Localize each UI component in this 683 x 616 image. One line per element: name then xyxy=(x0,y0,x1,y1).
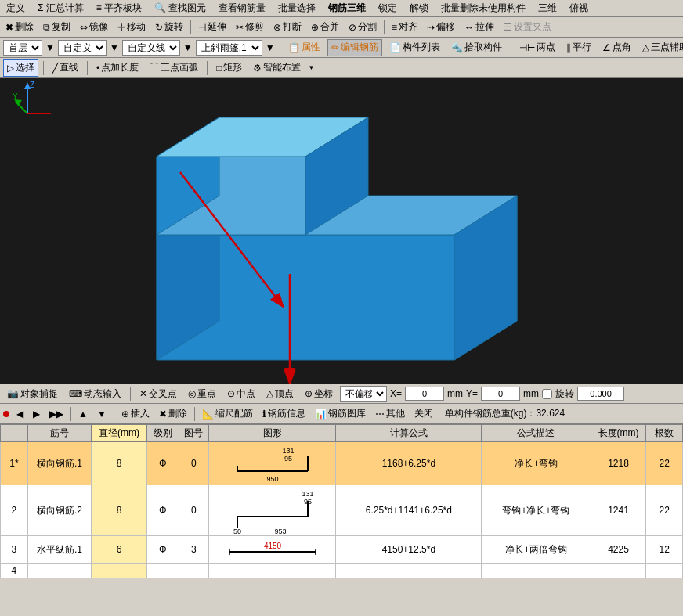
btn-coord[interactable]: ⊕ 坐标 xyxy=(301,385,337,402)
btn-snap[interactable]: 📷 对象捕捉 xyxy=(3,385,62,402)
btn-other[interactable]: ⋯ 其他 xyxy=(371,405,409,423)
menu-top-view[interactable]: 俯视 xyxy=(566,0,591,16)
sep2 xyxy=(384,20,385,34)
table-row[interactable]: 4 xyxy=(1,564,683,578)
btn-rect[interactable]: □ 矩形 xyxy=(212,59,246,77)
menu-flat-panel[interactable]: ≡ 平齐板块 xyxy=(93,0,145,16)
cell-description: 弯钩+净长+弯钩 xyxy=(482,485,591,536)
layer-arrow3: ▼ xyxy=(183,42,193,53)
btn-up[interactable]: ▲ xyxy=(74,405,92,423)
btn-copy[interactable]: ⧉ 复制 xyxy=(39,19,74,36)
table-row[interactable]: 1* 横向钢筋.1 8 Φ 0 131 95 xyxy=(1,442,683,485)
btn-align[interactable]: ≡ 对齐 xyxy=(388,19,421,36)
cell-count: 22 xyxy=(646,485,683,536)
btn-select[interactable]: ▷ 选择 xyxy=(3,59,38,77)
btn-break[interactable]: ⊗ 打断 xyxy=(269,19,305,36)
table-header-row: 筋号 直径(mm) 级别 图号 图形 计算公式 公式描述 长度(mm) 根数 xyxy=(1,425,683,442)
btn-top[interactable]: △ 顶点 xyxy=(262,385,298,402)
cell-diameter: 8 xyxy=(92,442,147,485)
btn-close[interactable]: 关闭 xyxy=(410,405,437,423)
btn-line[interactable]: ╱ 直线 xyxy=(49,59,82,77)
btn-dynamic-input[interactable]: ⌨ 动态输入 xyxy=(65,385,125,402)
sep8 xyxy=(207,61,208,75)
th-shape: 图形 xyxy=(208,425,336,442)
btn-merge[interactable]: ⊕ 合并 xyxy=(307,19,343,36)
cell-grade xyxy=(146,564,179,578)
btn-extend[interactable]: ⊣ 延伸 xyxy=(194,19,230,36)
th-description: 公式描述 xyxy=(482,425,591,442)
btn-pick-component[interactable]: 🔩 拾取构件 xyxy=(447,39,506,56)
menu-lock[interactable]: 锁定 xyxy=(375,0,400,16)
th-count: 根数 xyxy=(646,425,683,442)
btn-three-point-aux[interactable]: △ 三点辅助 xyxy=(638,39,683,56)
layer-select-custom[interactable]: 自定义线 xyxy=(122,40,180,56)
menu-find-element[interactable]: 🔍 查找图元 xyxy=(151,0,209,16)
btn-offset[interactable]: ⇢ 偏移 xyxy=(423,19,459,36)
layer-arrow: ▼ xyxy=(45,42,55,53)
rotate-checkbox[interactable] xyxy=(542,389,552,399)
btn-down[interactable]: ▼ xyxy=(93,405,110,423)
menu-batch-select[interactable]: 批量选择 xyxy=(275,0,319,16)
th-diameter: 直径(mm) xyxy=(92,425,147,442)
menu-view-rebar[interactable]: 查看钢筋量 xyxy=(215,0,269,16)
btn-play[interactable]: ▶ xyxy=(29,405,44,423)
btn-stretch[interactable]: ↔ 拉伸 xyxy=(461,19,498,36)
btn-two-point[interactable]: ⊣⊢ 两点 xyxy=(515,39,559,56)
btn-rebar-diagram[interactable]: 📊 钢筋图库 xyxy=(311,405,370,423)
btn-set-grip[interactable]: ☰ 设置夹点 xyxy=(500,19,555,36)
y-input[interactable] xyxy=(481,387,520,401)
sep10 xyxy=(70,407,71,421)
svg-text:Y: Y xyxy=(13,92,18,101)
cell-shape-no: 0 xyxy=(179,485,208,536)
cell-description: 净长+弯钩 xyxy=(482,442,591,485)
table-row[interactable]: 2 横向钢筋.2 8 Φ 0 131 95 xyxy=(1,485,683,536)
btn-split[interactable]: ⊘ 分割 xyxy=(345,19,381,36)
cell-count: 22 xyxy=(646,442,683,485)
dropdown-arrow-smart: ▼ xyxy=(308,64,314,71)
layer-select-type[interactable]: 自定义 xyxy=(58,40,107,56)
th-name: 筋号 xyxy=(27,425,91,442)
rotate-input[interactable] xyxy=(577,387,624,401)
layer-select-slope[interactable]: 上斜雨篷.1 xyxy=(196,40,262,56)
sep1 xyxy=(190,20,191,34)
menu-define[interactable]: 定义 xyxy=(3,0,28,16)
layer-select-floor[interactable]: 首层 xyxy=(3,40,42,56)
btn-properties[interactable]: 📋 属性 xyxy=(284,39,324,56)
btn-delete-rebar[interactable]: ✖ 删除 xyxy=(155,405,191,423)
menu-3d[interactable]: 三维 xyxy=(535,0,560,16)
3d-viewport[interactable]: Z X Y xyxy=(0,78,683,384)
btn-trim[interactable]: ✂ 修剪 xyxy=(232,19,268,36)
btn-center[interactable]: ⊙ 中点 xyxy=(223,385,259,402)
btn-move[interactable]: ✛ 移动 xyxy=(114,19,150,36)
btn-cross[interactable]: ✕ 交叉点 xyxy=(136,385,181,402)
btn-next[interactable]: ▶▶ xyxy=(45,405,67,423)
btn-edit-rebar[interactable]: ✏ 编辑钢筋 xyxy=(327,39,382,56)
svg-text:950: 950 xyxy=(266,475,278,483)
btn-add-length[interactable]: • 点加长度 xyxy=(92,59,143,77)
btn-prev[interactable]: ◀ xyxy=(13,405,27,423)
btn-parallel[interactable]: ∥ 平行 xyxy=(562,39,595,56)
btn-mirror[interactable]: ⇔ 镜像 xyxy=(76,19,112,36)
menu-total-calc[interactable]: Σ 汇总计算 xyxy=(34,0,87,16)
cell-diameter: 8 xyxy=(92,485,147,536)
menu-rebar-3d[interactable]: 钢筋三维 xyxy=(325,0,369,16)
cell-length: 1218 xyxy=(591,442,646,485)
table-row[interactable]: 3 水平纵筋.1 6 Φ 3 4150 xyxy=(1,536,683,564)
shape-row1-svg: 131 95 950 xyxy=(222,444,323,483)
x-input[interactable] xyxy=(405,387,444,401)
btn-scale-config[interactable]: 📐 缩尺配筋 xyxy=(198,405,257,423)
btn-insert[interactable]: ⊕ 插入 xyxy=(117,405,154,423)
btn-point-angle[interactable]: ∠ 点角 xyxy=(598,39,635,56)
btn-rotate[interactable]: ↻ 旋转 xyxy=(151,19,187,36)
btn-delete[interactable]: ✖ 删除 xyxy=(2,19,38,36)
btn-mid[interactable]: ◎ 重点 xyxy=(184,385,220,402)
menu-batch-delete[interactable]: 批量删除未使用构件 xyxy=(438,0,529,16)
btn-component-list[interactable]: 📄 构件列表 xyxy=(385,39,444,56)
btn-rebar-info[interactable]: ℹ 钢筋信息 xyxy=(258,405,309,423)
offset-select[interactable]: 不偏移 xyxy=(340,386,387,402)
cell-diameter xyxy=(92,564,147,578)
btn-three-point-arc[interactable]: ⌒ 三点画弧 xyxy=(146,59,202,77)
menu-unlock[interactable]: 解锁 xyxy=(407,0,432,16)
btn-smart-layout[interactable]: ⚙ 智能布置 xyxy=(249,59,305,77)
svg-text:131: 131 xyxy=(302,490,313,498)
